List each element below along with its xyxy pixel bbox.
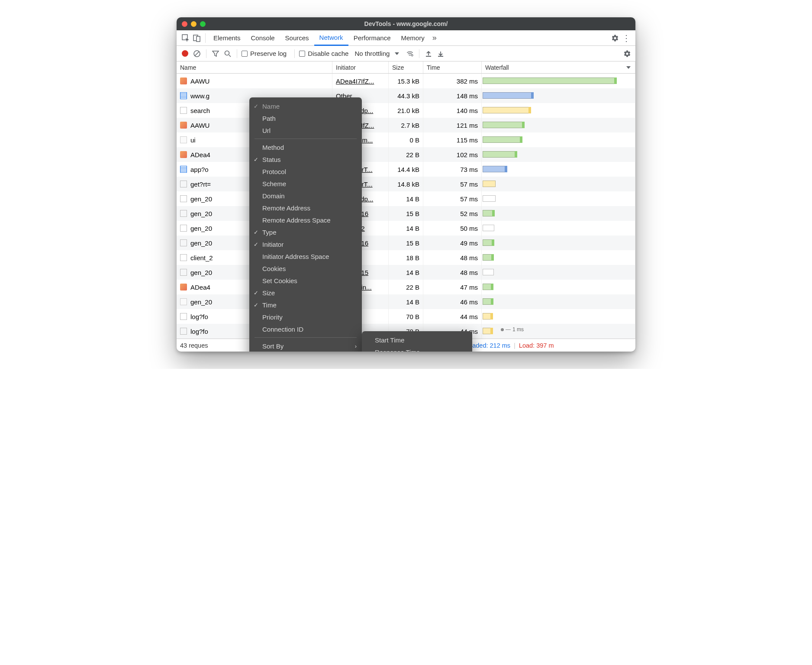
tab-console[interactable]: Console [246,30,280,46]
menu-item-type[interactable]: Type [249,226,362,238]
preserve-log-checkbox[interactable]: Preserve log [242,50,287,57]
table-row[interactable]: app?ors=AA2YrT...14.4 kB73 ms [177,162,635,177]
tab-elements[interactable]: Elements [208,30,246,46]
request-name: gen_20 [190,298,212,306]
table-row[interactable]: gen_20(index):21514 B48 ms [177,265,635,280]
table-headers[interactable]: Name Initiator Size Time Waterfall [177,61,635,74]
svg-rect-2 [197,36,200,42]
menu-item-connection-id[interactable]: Connection ID [249,323,362,335]
waterfall-submenu[interactable]: Start TimeResponse TimeEnd TimeTotal Dur… [362,331,472,352]
waterfall-cell [482,74,635,88]
waterfall-bar [483,225,494,231]
table-row[interactable]: get?rt=rs=AA2YrT...14.8 kB57 ms [177,177,635,191]
waterfall-bar [483,313,493,320]
size-cell: 14.4 kB [389,162,423,177]
kebab-menu-icon[interactable]: ⋮ [621,32,632,44]
file-type-icon [180,77,187,84]
svg-line-4 [195,52,199,56]
tab-network[interactable]: Network [314,30,348,46]
search-icon[interactable] [223,49,232,58]
tab-sources[interactable]: Sources [280,30,314,46]
menu-item-set-cookies[interactable]: Set Cookies [249,274,362,287]
filter-icon[interactable] [211,49,220,58]
table-row[interactable]: searchm=cdos,dp...21.0 kB140 ms [177,103,635,118]
request-name: gen_20 [190,239,212,247]
time-cell: 44 ms [423,309,482,324]
table-row[interactable]: AAWUADea4I7IfZ...2.7 kB121 ms [177,118,635,132]
upload-har-icon[interactable] [424,49,433,58]
request-name: gen_20 [190,195,212,203]
table-row[interactable]: gen_20(index):11615 B52 ms [177,206,635,221]
table-row[interactable]: gen_20(index):1214 B50 ms [177,221,635,236]
table-row[interactable]: ADea4(index)22 B102 ms [177,147,635,162]
request-name: search [190,107,210,114]
throttling-select[interactable]: No throttling [354,50,399,57]
column-context-menu[interactable]: NamePathUrlMethodStatusProtocolSchemeDom… [249,97,362,352]
table-row[interactable]: gen_2014 B46 ms [177,294,635,309]
network-table: Name Initiator Size Time Waterfall AAWUA… [177,61,635,339]
menu-item-remote-address[interactable]: Remote Address [249,202,362,214]
column-size[interactable]: Size [389,61,423,73]
status-requests: 43 reques [180,342,208,349]
file-type-icon [180,92,187,99]
request-name: ui [190,136,196,144]
menu-item-url[interactable]: Url [249,124,362,136]
zoom-window-button[interactable] [200,21,206,27]
file-type-icon [180,328,187,335]
device-toolbar-icon[interactable] [191,32,203,44]
menu-item-remote-address-space[interactable]: Remote Address Space [249,214,362,226]
time-cell: 50 ms [423,221,482,236]
table-row[interactable]: log?fo70 B44 ms [177,309,635,324]
download-har-icon[interactable] [436,49,445,58]
menu-item-protocol[interactable]: Protocol [249,165,362,178]
menu-item-initiator[interactable]: Initiator [249,238,362,250]
table-row[interactable]: AAWUADea4I7IfZ...15.3 kB382 ms [177,74,635,88]
table-row[interactable]: www.gOther44.3 kB148 ms [177,88,635,103]
column-waterfall[interactable]: Waterfall [482,61,635,73]
menu-item-cookies[interactable]: Cookies [249,262,362,274]
tab-performance[interactable]: Performance [348,30,396,46]
file-type-icon [180,225,187,232]
menu-item-method[interactable]: Method [249,141,362,153]
disable-cache-checkbox[interactable]: Disable cache [299,50,348,57]
menu-item-start-time[interactable]: Start Time [362,334,472,346]
menu-item-response-time[interactable]: Response Time [362,346,472,352]
waterfall-cell: 1 ms [482,324,635,339]
column-time[interactable]: Time [423,61,482,73]
more-tabs-button[interactable]: » [430,33,439,42]
table-row[interactable]: uim=DhPYm...0 B115 ms [177,132,635,147]
network-settings-gear-icon[interactable] [622,49,632,58]
record-button[interactable] [180,49,190,58]
settings-gear-icon[interactable] [609,32,621,44]
network-conditions-icon[interactable] [405,49,415,58]
minimize-window-button[interactable] [191,21,197,27]
inspect-element-icon[interactable] [180,32,191,44]
clear-button[interactable] [192,49,202,58]
initiator-link[interactable]: ADea4I7IfZ... [336,77,374,85]
menu-item-domain[interactable]: Domain [249,190,362,202]
menu-item-sort-by[interactable]: Sort By› [249,340,362,352]
menu-item-initiator-address-space[interactable]: Initiator Address Space [249,250,362,262]
waterfall-cell [482,103,635,118]
table-row[interactable]: ADea4app?origin...22 B47 ms [177,280,635,294]
column-initiator[interactable]: Initiator [332,61,389,73]
file-type-icon [180,313,187,320]
menu-item-size[interactable]: Size [249,287,362,299]
menu-item-priority[interactable]: Priority [249,311,362,323]
table-row[interactable]: gen_20(index):11615 B49 ms [177,236,635,250]
menu-item-name[interactable]: Name [249,100,362,112]
menu-item-path[interactable]: Path [249,112,362,124]
waterfall-bar [483,298,493,305]
table-row[interactable]: gen_20m=cdos,dp...14 B57 ms [177,191,635,206]
file-type-icon [180,107,187,114]
waterfall-bar [483,210,495,216]
menu-item-scheme[interactable]: Scheme [249,178,362,190]
tab-memory[interactable]: Memory [396,30,430,46]
column-name[interactable]: Name [177,61,332,73]
size-cell: 0 B [389,132,423,147]
close-window-button[interactable] [182,21,187,27]
menu-item-status[interactable]: Status [249,153,362,165]
table-row[interactable]: client_2(index):318 B48 ms [177,250,635,265]
menu-item-time[interactable]: Time [249,299,362,311]
waterfall-cell [482,309,635,324]
